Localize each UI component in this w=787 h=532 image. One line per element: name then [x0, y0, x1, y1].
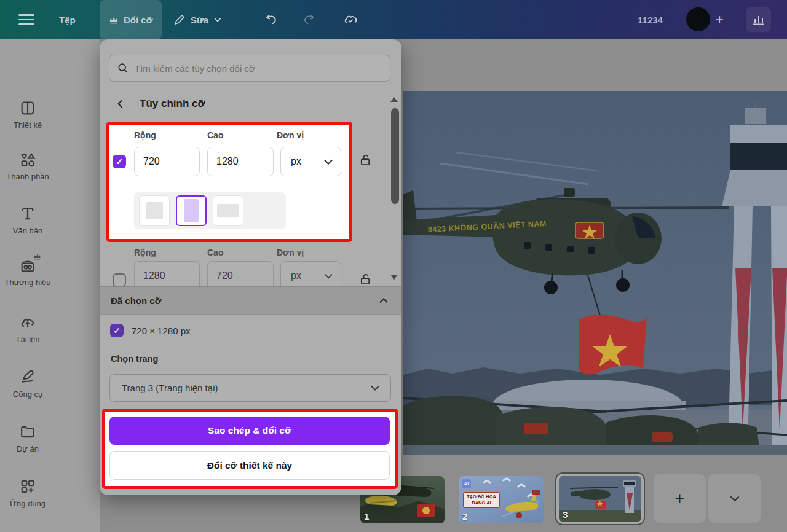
- portrait-shape-icon: [184, 199, 199, 222]
- sidebar-item-text[interactable]: Văn bản: [0, 205, 55, 235]
- width-input-value[interactable]: [135, 147, 199, 176]
- ratio-option-landscape[interactable]: [213, 195, 243, 226]
- tools-icon: [19, 369, 36, 386]
- unit-select[interactable]: px: [280, 147, 341, 176]
- chevron-left-icon: [116, 99, 125, 109]
- page1-number: 1: [364, 511, 369, 522]
- crown-icon: [33, 251, 41, 262]
- page-select-value: Trang 3 (Trang hiện tại): [122, 383, 218, 393]
- search-input[interactable]: [135, 63, 382, 74]
- sidebar-item-label: Dự án: [17, 444, 39, 453]
- redo-icon: [303, 13, 316, 26]
- unit-select-2-value: px: [291, 270, 301, 281]
- sidebar-item-label: Thành phần: [6, 172, 49, 181]
- square-shape-icon: [146, 202, 163, 219]
- page-select-dropdown[interactable]: Trang 3 (Trang hiện tại): [109, 374, 391, 402]
- plus-icon: +: [715, 11, 724, 28]
- scrollbar-thumb[interactable]: [391, 108, 399, 204]
- highlight-box-actions: Sao chép & đổi cỡ Đổi cỡ thiết kế này: [102, 409, 398, 489]
- collapse-filmstrip-button[interactable]: [708, 474, 761, 523]
- chevron-down-icon: [324, 159, 333, 165]
- bar-chart-icon: [752, 14, 765, 26]
- chevron-down-icon: [325, 273, 333, 279]
- file-menu-button[interactable]: Tệp: [59, 0, 76, 39]
- sidebar-item-design[interactable]: Thiết kế: [0, 100, 55, 130]
- undo-icon: [264, 13, 278, 26]
- sidebar-item-label: Văn bản: [13, 226, 42, 235]
- resize-menu-button[interactable]: Đổi cỡ: [100, 0, 162, 39]
- elements-icon: [19, 151, 36, 168]
- width-input[interactable]: [134, 147, 200, 176]
- top-bar: Tệp Đổi cỡ Sửa 11234: [0, 0, 787, 39]
- height-input-value[interactable]: [208, 147, 273, 176]
- chevron-up-icon: [379, 298, 388, 303]
- size-row2-checkbox[interactable]: [113, 273, 126, 287]
- page-artwork: 8423 KHÔNG QUÂN VIỆT NAM: [403, 91, 787, 455]
- vietnam-flag: [579, 315, 647, 374]
- add-member-button[interactable]: +: [715, 0, 724, 39]
- chevron-down-icon: [730, 496, 740, 502]
- sidebar-item-projects[interactable]: Dự án: [0, 423, 55, 453]
- selected-size-item[interactable]: ✓ 720 × 1280 px: [110, 324, 191, 337]
- page-thumbnail-3-selected[interactable]: 3: [555, 472, 645, 525]
- undo-button[interactable]: [264, 0, 278, 39]
- sidebar-item-label: Ứng dụng: [10, 499, 45, 508]
- upload-icon: [19, 314, 36, 331]
- unit-select-value: px: [291, 156, 301, 167]
- choose-page-label: Chọn trang: [111, 354, 158, 364]
- size-row1-checkbox[interactable]: ✓: [113, 155, 126, 168]
- chevron-down-icon: [371, 385, 379, 391]
- design-icon: [19, 100, 36, 117]
- height-label: Cao: [207, 130, 223, 140]
- add-page-button[interactable]: +: [654, 474, 706, 523]
- panel-title: Tùy chỉnh cỡ: [140, 98, 205, 110]
- aspect-lock-1[interactable]: [358, 153, 371, 169]
- sidebar-item-label: Thiết kế: [14, 120, 42, 130]
- highlight-box-custom-size: Rộng Cao Đơn vị ✓ px: [106, 122, 352, 242]
- view-counter: 11234: [627, 0, 663, 39]
- cloud-save-status[interactable]: [343, 0, 358, 39]
- selected-sizes-header[interactable]: Đã chọn cỡ: [100, 286, 401, 315]
- copy-and-resize-button[interactable]: Sao chép & đổi cỡ: [109, 417, 390, 445]
- canva-editor: 8423 KHÔNG QUÂN VIỆT NAM: [0, 0, 787, 532]
- edit-menu-button[interactable]: Sửa: [173, 0, 221, 39]
- canvas-workspace: 8423 KHÔNG QUÂN VIỆT NAM: [401, 39, 787, 532]
- sidebar-item-brand[interactable]: Thương hiệu: [0, 257, 55, 287]
- selected-size-checkbox[interactable]: ✓: [110, 324, 124, 337]
- ai-badge: AI: [462, 479, 471, 488]
- design-page: 8423 KHÔNG QUÂN VIỆT NAM: [403, 91, 787, 455]
- page-thumbnail-2[interactable]: AI TẠO ĐỒ HỌA BẰNG AI 2: [459, 476, 544, 523]
- resize-menu-label: Đổi cỡ: [124, 15, 152, 25]
- text-icon: [19, 205, 36, 222]
- page3-preview: [559, 476, 641, 522]
- scrollbar-down-arrow[interactable]: [390, 275, 398, 280]
- cloud-check-icon: [343, 13, 358, 26]
- redo-button[interactable]: [303, 0, 316, 39]
- search-box[interactable]: [109, 55, 390, 82]
- crown-icon: [109, 16, 119, 24]
- resize-this-design-button[interactable]: Đổi cỡ thiết kế này: [109, 451, 390, 480]
- resize-panel: Tùy chỉnh cỡ Rộng Cao Đơn vị px Rộng Cao: [100, 39, 401, 495]
- sidebar-item-tools[interactable]: Công cụ: [0, 369, 55, 399]
- sidebar-item-uploads[interactable]: Tải lên: [0, 314, 55, 344]
- sidebar-item-elements[interactable]: Thành phần: [0, 151, 55, 181]
- plus-icon: +: [675, 489, 685, 508]
- height-input[interactable]: [207, 147, 274, 176]
- check-icon: ✓: [113, 326, 121, 335]
- selected-sizes-title: Đã chọn cỡ: [111, 295, 161, 306]
- page2-sign-line1: TẠO ĐỒ HỌA: [467, 494, 496, 500]
- sidebar-item-label: Công cụ: [13, 389, 42, 399]
- selected-size-label: 720 × 1280 px: [132, 326, 191, 336]
- ratio-option-portrait-selected[interactable]: [176, 195, 207, 226]
- lock-open-icon: [358, 153, 371, 166]
- scrollbar-up-arrow[interactable]: [390, 97, 398, 102]
- page2-number: 2: [462, 511, 467, 522]
- pencil-icon: [173, 14, 185, 26]
- projects-icon: [19, 423, 36, 440]
- ratio-option-square[interactable]: [139, 195, 170, 226]
- hamburger-menu-icon[interactable]: [18, 0, 34, 39]
- insights-button[interactable]: [746, 7, 771, 32]
- back-button[interactable]: [116, 99, 125, 111]
- sidebar-item-apps[interactable]: Ứng dụng: [0, 478, 55, 508]
- avatar[interactable]: [686, 7, 710, 31]
